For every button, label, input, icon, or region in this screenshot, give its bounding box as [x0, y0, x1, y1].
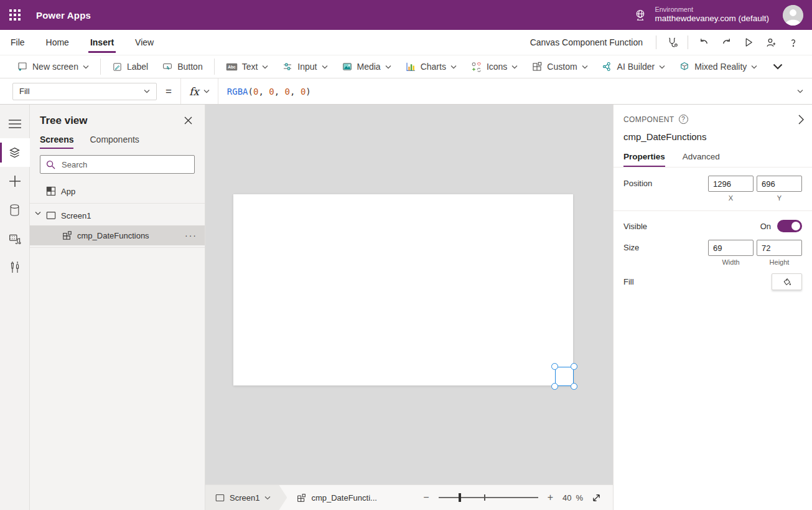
component-help-icon[interactable]: ? [679, 115, 688, 124]
zoom-controls: − + 40 % [422, 492, 613, 503]
new-screen-button[interactable]: New screen [10, 57, 96, 76]
zoom-slider[interactable] [439, 497, 538, 498]
tree-view-panel: Tree view Screens Components [30, 105, 205, 510]
properties-panel: COMPONENT ? cmp_DateFunctions Properties… [613, 105, 812, 510]
formula-token: 0 [285, 87, 290, 97]
canvas-screen[interactable] [233, 194, 573, 385]
screen-icon [215, 494, 225, 502]
zoom-value: 40 [562, 493, 571, 503]
zoom-in-button[interactable]: + [546, 492, 554, 503]
size-label: Size [623, 240, 708, 266]
visible-row: Visible On [614, 211, 812, 234]
divider [688, 35, 688, 49]
position-y-input[interactable] [757, 176, 802, 192]
tab-properties[interactable]: Properties [623, 152, 665, 167]
data-icon[interactable] [0, 196, 30, 224]
menu-insert[interactable]: Insert [80, 30, 124, 55]
search-input[interactable] [60, 159, 189, 170]
chevron-down-icon [450, 65, 457, 69]
help-icon[interactable] [782, 33, 805, 52]
custom-menu[interactable]: Custom [525, 57, 594, 76]
ribbon-label: Media [357, 62, 381, 72]
mixed-reality-menu[interactable]: Mixed Reality [672, 57, 764, 76]
menu-view[interactable]: View [124, 30, 164, 55]
tree-item-screen1[interactable]: Screen1 [30, 205, 205, 225]
redo-icon[interactable] [715, 33, 737, 52]
overflow-menu-icon[interactable]: ··· [185, 230, 197, 240]
insert-plus-icon[interactable] [0, 167, 30, 196]
zoom-percent: 40 % [562, 493, 583, 503]
charts-menu[interactable]: Charts [398, 57, 464, 76]
chevron-down-icon [659, 65, 665, 69]
fill-color-button[interactable] [772, 273, 802, 290]
app-checker-icon[interactable] [661, 33, 683, 52]
formula-expand-chevron-icon[interactable] [797, 89, 803, 93]
formula-input[interactable]: RGBA(0, 0, 0, 0) [218, 87, 797, 97]
media-rail-icon[interactable] [0, 224, 30, 253]
icons-icon [470, 61, 482, 73]
resize-handle-top-left[interactable] [551, 363, 558, 370]
tab-components[interactable]: Components [90, 135, 139, 149]
component-icon [62, 230, 72, 240]
menu-bar: File Home Insert View Canvas Component F… [0, 30, 812, 55]
resize-handle-bottom-left[interactable] [551, 383, 558, 390]
visible-toggle[interactable] [777, 220, 802, 232]
undo-icon[interactable] [693, 33, 715, 52]
equals-sign: = [166, 85, 172, 98]
size-height-label: Height [757, 258, 802, 266]
resize-handle-top-right[interactable] [571, 363, 577, 370]
breadcrumb-component[interactable]: cmp_DateFuncti... [287, 493, 387, 503]
share-icon[interactable] [760, 33, 782, 52]
ribbon-expand-chevron-icon[interactable] [773, 64, 783, 70]
divider [656, 35, 656, 49]
text-menu[interactable]: Abc Text [219, 57, 276, 76]
button-icon [162, 61, 173, 72]
component-name: cmp_DateFunctions [623, 131, 802, 142]
menu-file[interactable]: File [0, 30, 35, 55]
property-selector[interactable]: Fill [12, 83, 157, 100]
ai-builder-menu[interactable]: AI Builder [595, 57, 673, 76]
search-icon [46, 160, 55, 169]
zoom-slider-thumb[interactable] [459, 493, 461, 502]
fit-to-window-icon[interactable] [591, 493, 602, 503]
label-button[interactable]: Label [105, 57, 155, 76]
formula-token: , [274, 87, 285, 97]
fx-selector[interactable]: fx [180, 78, 218, 104]
tab-advanced[interactable]: Advanced [683, 152, 720, 167]
size-height-input[interactable] [757, 240, 802, 256]
ribbon-label: Text [242, 62, 258, 72]
media-menu[interactable]: Media [335, 57, 398, 76]
icons-menu[interactable]: Icons [464, 57, 525, 76]
chevron-down-icon [264, 496, 271, 500]
formula-token: RGBA [227, 87, 248, 97]
app-icon [46, 186, 56, 196]
button-button[interactable]: Button [155, 57, 209, 76]
canvas-area[interactable]: Screen1 cmp_DateFuncti... − + [205, 105, 613, 510]
environment-picker[interactable]: Environment matthewdevaney.com (default) [622, 0, 780, 30]
ribbon-label: New screen [32, 62, 78, 72]
close-icon[interactable] [182, 114, 195, 127]
ribbon-label: Label [127, 62, 148, 72]
property-name: Fill [19, 87, 30, 96]
tree-item-component[interactable]: cmp_DateFunctions ··· [30, 225, 205, 245]
selected-component[interactable] [555, 367, 574, 386]
hamburger-icon[interactable] [0, 110, 30, 138]
position-x-input[interactable] [708, 176, 754, 192]
resize-handle-bottom-right[interactable] [571, 383, 577, 390]
tab-screens[interactable]: Screens [40, 135, 73, 149]
menu-home[interactable]: Home [35, 30, 80, 55]
play-icon[interactable] [737, 33, 760, 52]
zoom-out-button[interactable]: − [422, 492, 430, 503]
expander-chevron-icon[interactable] [35, 211, 41, 215]
size-width-input[interactable] [708, 240, 754, 256]
avatar[interactable] [783, 5, 803, 26]
waffle-menu-icon[interactable] [0, 0, 30, 30]
visible-label: Visible [623, 222, 760, 231]
advanced-tools-icon[interactable] [0, 253, 30, 281]
panel-collapse-chevron-icon[interactable] [798, 115, 804, 125]
input-menu[interactable]: Input [275, 57, 334, 76]
breadcrumb-screen[interactable]: Screen1 [205, 485, 287, 510]
tree-view-icon[interactable] [0, 138, 30, 167]
tree-item-app[interactable]: App [30, 181, 205, 201]
app-title: Power Apps [36, 10, 91, 21]
